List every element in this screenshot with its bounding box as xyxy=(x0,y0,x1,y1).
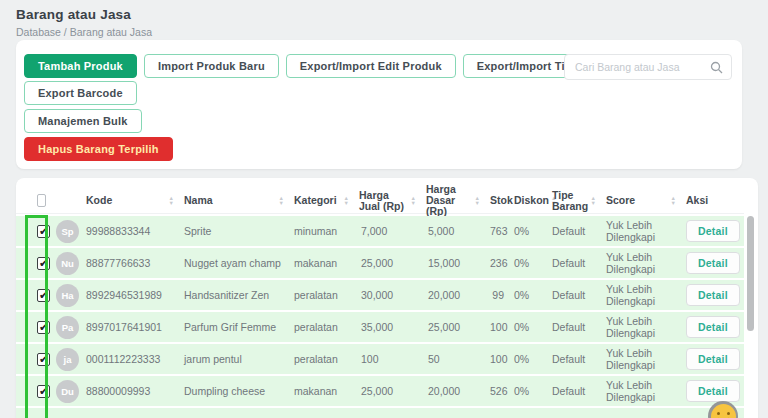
cell-harga-jual: 100 xyxy=(355,353,422,365)
cell-diskon: 0% xyxy=(510,225,548,237)
cell-harga-dasar: 5,000 xyxy=(422,225,486,237)
detail-button[interactable]: Detail xyxy=(686,220,740,242)
table-scrollbar[interactable] xyxy=(747,216,754,331)
row-checkbox[interactable]: ✔ xyxy=(37,321,50,334)
column-header-score[interactable]: Score▲▼ xyxy=(602,195,682,206)
cell-score: Yuk Lebih Dilengkapi xyxy=(602,379,682,403)
table-row: ✔ Nu 88877766633 Nugget ayam champ makan… xyxy=(16,248,744,278)
cell-nama: Nugget ayam champ xyxy=(180,257,290,269)
cell-kode: 88877766633 xyxy=(82,257,180,269)
cell-kode: 88800009993 xyxy=(82,385,180,397)
sort-icon[interactable]: ▲▼ xyxy=(169,196,174,205)
cell-harga-dasar: 50 xyxy=(422,353,486,365)
cell-harga-jual: 7,000 xyxy=(355,225,422,237)
toolbar-card: Tambah Produk Import Produk Baru Export/… xyxy=(16,40,742,169)
column-header-harga-dasar[interactable]: Harga Dasar (Rp)▲▼ xyxy=(422,184,486,217)
table-row-partial xyxy=(16,408,744,418)
column-header-tipe-barang[interactable]: Tipe Barang▲▼ xyxy=(548,190,602,212)
avatar: Du xyxy=(56,380,79,403)
cell-kode: 0001112223333 xyxy=(82,353,180,365)
cell-stok: 763 xyxy=(486,225,510,237)
manajemen-bulk-button[interactable]: Manajemen Bulk xyxy=(24,109,142,133)
search-icon[interactable] xyxy=(710,61,723,74)
cell-nama: jarum pentul xyxy=(180,353,290,365)
toolbar-row-2: Export Barcode xyxy=(24,81,137,105)
detail-button[interactable]: Detail xyxy=(686,284,740,306)
column-header-kategori[interactable]: Kategori▲▼ xyxy=(290,195,355,206)
detail-button[interactable]: Detail xyxy=(686,380,740,402)
cell-nama: Dumpling cheese xyxy=(180,385,290,397)
sort-icon[interactable]: ▲▼ xyxy=(279,196,284,205)
table-body: ✔ Sp 99988833344 Sprite minuman 7,000 5,… xyxy=(16,216,744,418)
table-row: ✔ Pa 8997017641901 Parfum Grif Femme per… xyxy=(16,312,744,342)
table-header-row: Kode▲▼ Nama▲▼ Kategori▲▼ Harga Jual (Rp)… xyxy=(16,184,744,214)
cell-nama: Handsanitizer Zen xyxy=(180,289,290,301)
detail-button[interactable]: Detail xyxy=(686,316,740,338)
row-checkbox[interactable]: ✔ xyxy=(37,257,50,270)
row-checkbox[interactable]: ✔ xyxy=(37,289,50,302)
avatar: Nu xyxy=(56,252,79,275)
cell-harga-jual: 30,000 xyxy=(355,289,422,301)
cell-harga-jual: 35,000 xyxy=(355,321,422,333)
sort-icon[interactable]: ▲▼ xyxy=(344,196,349,205)
export-barcode-button[interactable]: Export Barcode xyxy=(24,81,137,105)
sort-icon[interactable]: ▲▼ xyxy=(591,196,596,205)
cell-tipe-barang: Default xyxy=(548,257,602,269)
cell-kategori: peralatan xyxy=(290,353,355,365)
cell-score: Yuk Lebih Dilengkapi xyxy=(602,283,682,307)
column-header-stok[interactable]: Stok xyxy=(486,195,510,206)
sort-icon[interactable]: ▲▼ xyxy=(411,196,416,205)
cell-diskon: 0% xyxy=(510,321,548,333)
row-checkbox[interactable]: ✔ xyxy=(37,353,50,366)
cell-harga-dasar: 25,000 xyxy=(422,321,486,333)
cell-stok: 99 xyxy=(486,289,510,301)
cell-score: Yuk Lebih Dilengkapi xyxy=(602,347,682,371)
sort-icon[interactable]: ▲▼ xyxy=(475,196,480,205)
search-box[interactable] xyxy=(564,54,732,80)
import-produk-baru-button[interactable]: Import Produk Baru xyxy=(144,54,279,78)
sort-icon[interactable]: ▲▼ xyxy=(671,196,676,205)
column-header-kode[interactable]: Kode▲▼ xyxy=(82,195,180,206)
breadcrumb: Database / Barang atau Jasa xyxy=(16,26,152,38)
cell-kategori: peralatan xyxy=(290,289,355,301)
search-input[interactable] xyxy=(575,61,710,73)
cell-kategori: peralatan xyxy=(290,321,355,333)
column-header-nama[interactable]: Nama▲▼ xyxy=(180,195,290,206)
cell-kode: 99988833344 xyxy=(82,225,180,237)
column-header-aksi: Aksi xyxy=(682,195,744,206)
cell-harga-dasar: 20,000 xyxy=(422,385,486,397)
cell-nama: Sprite xyxy=(180,225,290,237)
smiley-face-icon xyxy=(711,404,736,418)
row-checkbox[interactable]: ✔ xyxy=(37,225,50,238)
detail-button[interactable]: Detail xyxy=(686,348,740,370)
export-import-edit-produk-button[interactable]: Export/Import Edit Produk xyxy=(286,54,456,78)
cell-harga-jual: 25,000 xyxy=(355,257,422,269)
cell-kode: 8997017641901 xyxy=(82,321,180,333)
page-title: Barang atau Jasa xyxy=(16,7,152,22)
toolbar-row-1: Tambah Produk Import Produk Baru Export/… xyxy=(24,54,634,78)
toolbar-row-3: Manajemen Bulk xyxy=(24,109,142,133)
cell-tipe-barang: Default xyxy=(548,353,602,365)
avatar: Sp xyxy=(56,220,79,243)
tambah-produk-button[interactable]: Tambah Produk xyxy=(24,54,137,78)
page-header: Barang atau Jasa Database / Barang atau … xyxy=(16,7,152,38)
row-checkbox[interactable]: ✔ xyxy=(37,385,50,398)
table-row: ✔ Du 88800009993 Dumpling cheese makanan… xyxy=(16,376,744,406)
cell-nama: Parfum Grif Femme xyxy=(180,321,290,333)
cell-tipe-barang: Default xyxy=(548,225,602,237)
hapus-barang-terpilih-button[interactable]: Hapus Barang Terpilih xyxy=(24,137,173,161)
select-all-cell xyxy=(30,194,52,207)
cell-kategori: makanan xyxy=(290,385,355,397)
select-all-checkbox[interactable] xyxy=(37,194,46,207)
cell-score: Yuk Lebih Dilengkapi xyxy=(602,251,682,275)
product-table-card: Kode▲▼ Nama▲▼ Kategori▲▼ Harga Jual (Rp)… xyxy=(16,178,758,418)
detail-button[interactable]: Detail xyxy=(686,252,740,274)
cell-harga-dasar: 20,000 xyxy=(422,289,486,301)
table-row: ✔ Sp 99988833344 Sprite minuman 7,000 5,… xyxy=(16,216,744,246)
cell-tipe-barang: Default xyxy=(548,385,602,397)
cell-diskon: 0% xyxy=(510,289,548,301)
column-header-diskon[interactable]: Diskon▲▼ xyxy=(510,195,548,206)
toolbar-row-4: Hapus Barang Terpilih xyxy=(24,137,173,161)
cell-diskon: 0% xyxy=(510,353,548,365)
column-header-harga-jual[interactable]: Harga Jual (Rp)▲▼ xyxy=(355,190,422,212)
